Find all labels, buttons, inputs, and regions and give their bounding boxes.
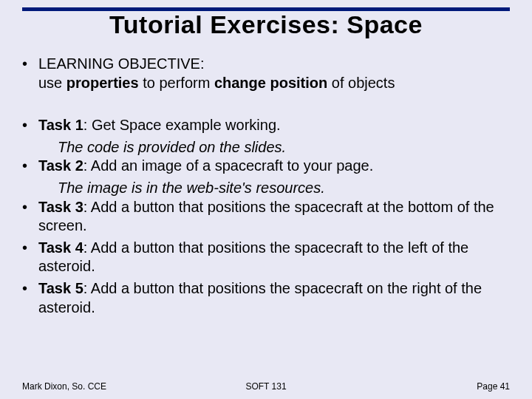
footer-right: Page 41	[477, 381, 510, 392]
task-text: Task 4: Add a button that positions the …	[38, 239, 510, 276]
lo-b1: properties	[66, 75, 139, 91]
task-label: Task 1	[38, 117, 83, 133]
task-2: • Task 2: Add an image of a spacecraft t…	[22, 157, 510, 176]
task-2-sub: The image is in the web-site's resources…	[22, 179, 510, 198]
spacer	[22, 95, 510, 116]
lo-b2: change position	[214, 75, 327, 91]
bullet-dot: •	[22, 198, 38, 236]
footer: Mark Dixon, So. CCE SOFT 131 Page 41	[22, 381, 510, 392]
task-4: • Task 4: Add a button that positions th…	[22, 239, 510, 276]
task-1-sub: The code is provided on the slides.	[22, 138, 510, 157]
bullet-dot: •	[22, 116, 38, 135]
lo-bullet: • LEARNING OBJECTIVE: use properties to …	[22, 55, 510, 92]
task-text: Task 2: Add an image of a spacecraft to …	[38, 157, 510, 176]
content-area: • LEARNING OBJECTIVE: use properties to …	[22, 55, 510, 320]
slide-title: Tutorial Exercises: Space	[0, 10, 532, 39]
lo-mid: to perform	[139, 75, 214, 91]
bullet-dot: •	[22, 279, 38, 317]
bullet-dot: •	[22, 157, 38, 176]
task-label: Task 5	[38, 280, 83, 296]
task-body: : Get Space example working.	[83, 117, 281, 133]
task-body: : Add an image of a spacecraft to your p…	[83, 157, 373, 174]
task-label: Task 2	[38, 157, 83, 174]
bullet-dot: •	[22, 55, 38, 92]
task-3: • Task 3: Add a button that positions th…	[22, 198, 510, 236]
task-1: • Task 1: Get Space example working.	[22, 116, 510, 135]
task-text: Task 5: Add a button that positions the …	[38, 279, 510, 317]
task-body: : Add a button that positions the spacec…	[38, 199, 494, 234]
task-text: Task 3: Add a button that positions the …	[38, 198, 510, 236]
lo-post: of objects	[327, 75, 395, 91]
task-body: : Add a button that positions the spacec…	[38, 239, 468, 275]
task-text: Task 1: Get Space example working.	[38, 116, 510, 135]
slide: Tutorial Exercises: Space • LEARNING OBJ…	[0, 0, 532, 399]
lo-label: LEARNING OBJECTIVE:	[38, 55, 205, 72]
task-label: Task 3	[38, 199, 83, 215]
footer-left: Mark Dixon, So. CCE	[22, 381, 106, 392]
lo-pre: use	[38, 75, 66, 91]
task-5: • Task 5: Add a button that positions th…	[22, 279, 510, 317]
bullet-dot: •	[22, 239, 38, 276]
task-body: : Add a button that positions the spacec…	[38, 280, 482, 316]
lo-text: LEARNING OBJECTIVE: use properties to pe…	[38, 55, 510, 92]
task-label: Task 4	[38, 239, 83, 256]
